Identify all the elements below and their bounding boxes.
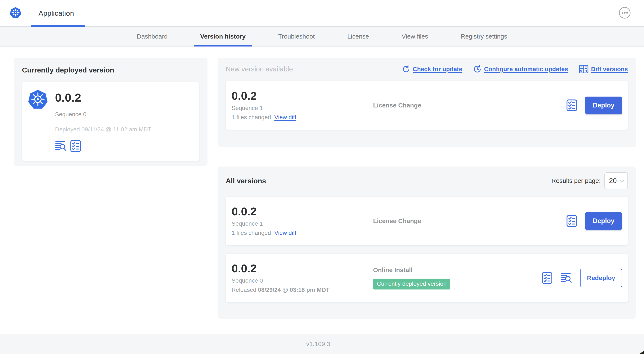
tab-troubleshoot[interactable]: Troubleshoot [262,27,331,46]
diff-versions-link[interactable]: Diff versions [579,65,628,74]
version-source-label: Online Install [373,266,412,273]
tab-view-files[interactable]: View files [386,27,444,46]
preflight-checks-button[interactable] [70,140,81,152]
current-version-sequence: Sequence 0 [55,111,151,118]
version-sequence: Sequence 0 [232,277,373,284]
version-number: 0.0.2 [232,90,373,101]
preflight-checks-button[interactable] [542,272,552,284]
results-per-page-select[interactable]: 20 [604,172,628,189]
files-changed-label: 1 files changed [232,114,271,121]
version-source-label: License Change [373,217,421,225]
view-logs-button[interactable] [55,141,67,151]
checklist-icon [566,215,577,227]
new-version-panel: New version available Check for update C… [218,58,636,147]
tab-version-history[interactable]: Version history [184,27,262,46]
all-versions-panel: All versions Results per page: 20 0.0.2 … [218,167,636,319]
app-header: Application [0,0,644,27]
checklist-icon [566,99,577,111]
checklist-icon [70,140,81,152]
redeploy-button[interactable]: Redeploy [580,269,622,287]
console-version-label: v1.109.3 [306,340,330,347]
version-number: 0.0.2 [232,206,373,217]
logs-magnifier-icon [560,273,572,283]
tab-dashboard[interactable]: Dashboard [120,27,184,46]
app-tab-bar: Dashboard Version history Troubleshoot L… [0,27,644,47]
app-footer: v1.109.3 [0,334,644,354]
diff-icon [579,65,588,74]
chevron-down-icon [620,180,624,182]
checklist-icon [542,272,552,284]
current-version-number: 0.0.2 [55,92,151,104]
all-versions-title: All versions [226,177,266,185]
preflight-checks-button[interactable] [566,99,577,111]
view-diff-link[interactable]: View diff [274,230,296,236]
tab-registry-settings[interactable]: Registry settings [444,27,524,46]
results-per-page-label: Results per page: [552,177,601,184]
current-version-deployed-timestamp: Deployed 09/11/24 @ 11:02 am MDT [55,126,151,133]
new-version-title: New version available [226,65,293,73]
view-diff-link[interactable]: View diff [274,114,296,121]
version-number: 0.0.2 [232,263,373,274]
app-title: Application [38,0,74,26]
version-sequence: Sequence 1 [232,220,373,227]
currently-deployed-panel: Currently deployed version 0.0.2 Sequenc… [14,58,208,166]
version-row: 0.0.2 Sequence 0 Released 08/29/24 @ 03:… [226,254,628,302]
currently-deployed-title: Currently deployed version [22,66,199,74]
version-sequence: Sequence 1 [232,105,373,111]
currently-deployed-badge: Currently deployed version [373,279,450,289]
configure-automatic-updates-link[interactable]: Configure automatic updates [473,65,568,73]
files-changed-label: 1 files changed [232,230,271,236]
kubernetes-logo-icon [10,6,22,20]
preflight-checks-button[interactable] [566,215,577,227]
clock-refresh-icon [473,65,482,73]
version-row: 0.0.2 Sequence 1 1 files changed View di… [226,197,628,245]
tab-license[interactable]: License [331,27,385,46]
deploy-button[interactable]: Deploy [585,97,622,114]
version-released-timestamp: Released 08/29/24 @ 03:18 pm MDT [232,286,373,293]
app-title-active-underline [31,25,85,27]
refresh-icon [402,65,410,73]
overflow-menu-button[interactable] [619,7,631,19]
view-logs-button[interactable] [560,273,572,283]
logs-magnifier-icon [55,141,67,151]
new-version-card: 0.0.2 Sequence 1 1 files changed View di… [226,81,628,130]
version-source-label: License Change [373,102,421,109]
deploy-button[interactable]: Deploy [585,212,622,230]
ellipsis-icon [619,7,631,19]
kubernetes-app-icon [28,88,48,111]
currently-deployed-card: 0.0.2 Sequence 0 Deployed 09/11/24 @ 11:… [22,82,199,161]
check-for-update-link[interactable]: Check for update [402,65,462,73]
